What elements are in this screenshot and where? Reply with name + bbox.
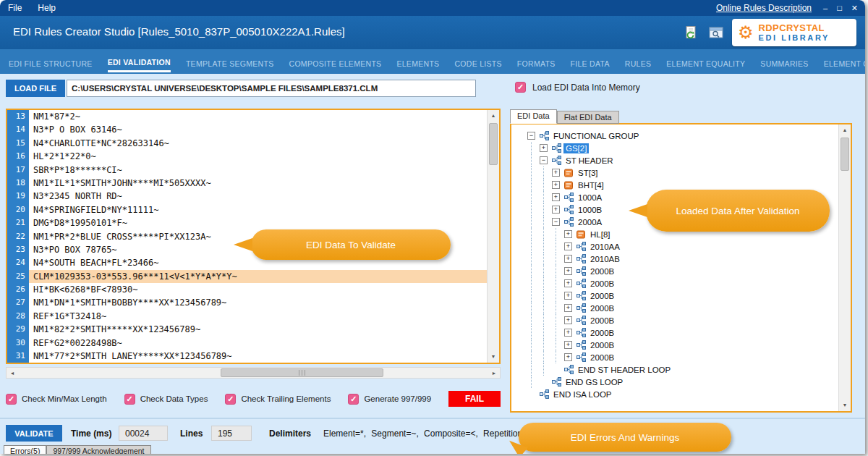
expander-cell: +	[564, 290, 576, 302]
tree-node-label[interactable]: 2000B	[588, 291, 616, 301]
tree-node-label[interactable]: 2000B	[588, 266, 616, 276]
tab-template-segments[interactable]: TEMPLATE SEGMENTS	[186, 52, 274, 72]
expand-icon[interactable]: +	[564, 353, 572, 361]
expand-icon[interactable]: +	[552, 193, 560, 201]
tree-node-label[interactable]: GS[2]	[563, 143, 589, 153]
maximize-button[interactable]: □	[837, 4, 842, 13]
scrollbar-thumb[interactable]	[489, 123, 498, 165]
scroll-left-icon[interactable]: ◄	[7, 371, 18, 376]
tree-guide	[527, 191, 540, 203]
checkbox-generate-997-999[interactable]: ✓Generate 997/999	[348, 394, 431, 405]
scroll-right-icon[interactable]: ►	[488, 371, 500, 376]
tree-node-label[interactable]: 2000B	[588, 316, 616, 326]
expand-icon[interactable]: +	[564, 341, 572, 349]
load-file-button[interactable]: LOAD FILE	[6, 80, 65, 97]
checkbox-icon[interactable]: ✓	[515, 82, 526, 93]
tree-node-label[interactable]: 2010AB	[588, 254, 622, 264]
tree-node-label[interactable]: 1000A	[576, 193, 604, 203]
checkbox-icon[interactable]: ✓	[225, 394, 236, 405]
tree-node-label[interactable]: HL[8]	[588, 229, 613, 240]
expand-icon[interactable]: +	[552, 206, 560, 214]
tab-formats[interactable]: FORMATS	[517, 52, 556, 72]
tree-node-label[interactable]: FUNCTIONAL GROUP	[551, 131, 641, 141]
tab-flat-edi-data[interactable]: Flat EDI Data	[557, 111, 619, 124]
expand-icon[interactable]: +	[564, 292, 572, 300]
load-into-memory-checkbox[interactable]: ✓ Load EDI Data Into Memory	[515, 82, 640, 93]
tree-node-label[interactable]: 2000B	[588, 328, 616, 338]
editor-vertical-scrollbar[interactable]: ▲ ▼	[487, 110, 499, 363]
file-path-input[interactable]	[67, 80, 476, 97]
minimize-button[interactable]: –	[823, 4, 827, 13]
tab-997-999-acknowledgement[interactable]: 997/999 Acknowledgement	[46, 445, 150, 454]
collapse-icon[interactable]: −	[552, 218, 560, 226]
tree-node-label[interactable]: END ISA LOOP	[551, 389, 614, 400]
tree-node-label[interactable]: ST HEADER	[563, 156, 616, 166]
search-window-icon[interactable]	[709, 26, 723, 42]
checkbox-icon[interactable]: ✓	[124, 394, 135, 405]
tab-composite-elements[interactable]: COMPOSITE ELEMENTS	[289, 52, 382, 72]
edi-data-tree[interactable]: −FUNCTIONAL GROUP+GS[2]−ST HEADER+ST[3]+…	[511, 124, 838, 411]
line-number: 13	[7, 110, 29, 123]
checkbox-check-min-max-length[interactable]: ✓Check Min/Max Length	[6, 394, 107, 405]
scrollbar-thumb[interactable]	[221, 368, 383, 377]
scrollbar-track[interactable]	[18, 368, 488, 378]
expand-icon[interactable]: +	[552, 169, 560, 177]
loop-icon	[576, 291, 588, 300]
editor-line: 17SBR*P*18******CI~	[7, 164, 487, 177]
scrollbar-thumb[interactable]	[841, 138, 849, 171]
line-number: 14	[7, 123, 29, 136]
tree-vertical-scrollbar[interactable]: ▲ ▼	[838, 124, 851, 411]
tab-file-data[interactable]: FILE DATA	[571, 52, 610, 72]
checkbox-check-data-types[interactable]: ✓Check Data Types	[124, 394, 208, 405]
close-button[interactable]: ✕	[851, 4, 858, 13]
tab-edi-file-structure[interactable]: EDI FILE STRUCTURE	[9, 52, 93, 72]
tab-code-lists[interactable]: CODE LISTS	[454, 52, 501, 72]
export-file-icon[interactable]	[684, 25, 699, 43]
scroll-down-icon[interactable]: ▼	[839, 400, 851, 411]
editor-horizontal-scrollbar[interactable]: ◄ ►	[6, 367, 501, 379]
scroll-down-icon[interactable]: ▼	[488, 351, 499, 363]
tree-node-label[interactable]: 2000B	[588, 279, 616, 289]
tree-node-label[interactable]: 2000B	[588, 340, 616, 350]
tree-node-label[interactable]: 2000B	[588, 303, 616, 313]
expand-icon[interactable]: +	[564, 316, 572, 324]
expand-icon[interactable]: +	[564, 242, 572, 250]
menu-help[interactable]: Help	[30, 3, 64, 13]
tab-edi-data[interactable]: EDI Data	[510, 109, 557, 124]
checkbox-check-trailing-elements[interactable]: ✓Check Trailing Elements	[225, 394, 331, 405]
tab-edi-validation[interactable]: EDI VALIDATION	[108, 51, 171, 72]
tab-element-equality[interactable]: ELEMENT EQUALITY	[666, 52, 745, 72]
expand-icon[interactable]: +	[564, 304, 572, 312]
expand-icon[interactable]: +	[564, 329, 572, 337]
checkbox-icon[interactable]: ✓	[6, 394, 17, 405]
expand-icon[interactable]: +	[564, 255, 572, 263]
tree-node-label[interactable]: 2000A	[576, 217, 604, 227]
tab-element-counters[interactable]: ELEMENT COUNTERS	[824, 52, 865, 72]
tree-node-label[interactable]: BHT[4]	[576, 180, 606, 190]
tree-node-2010ab: +2010AB	[527, 253, 838, 265]
tree-node-label[interactable]: END ST HEADER LOOP	[576, 365, 673, 375]
collapse-icon[interactable]: −	[527, 132, 535, 140]
menu-file[interactable]: File	[0, 3, 30, 13]
tab-elements[interactable]: ELEMENTS	[396, 52, 439, 72]
checkbox-icon[interactable]: ✓	[348, 394, 359, 405]
online-rules-description-link[interactable]: Online Rules Description	[716, 3, 812, 13]
tab-errors-5[interactable]: Errors(5)	[4, 445, 46, 454]
tab-rules[interactable]: RULES	[625, 52, 652, 72]
tree-node-label[interactable]: 2000B	[588, 352, 616, 363]
tree-node-label[interactable]: ST[3]	[576, 168, 600, 178]
scroll-up-icon[interactable]: ▲	[839, 124, 851, 136]
tree-node-label[interactable]: 2010AA	[588, 242, 622, 252]
scroll-up-icon[interactable]: ▲	[488, 110, 499, 122]
expand-icon[interactable]: +	[564, 230, 572, 238]
editor-line: 16HL*2*1*22*0~	[7, 150, 487, 163]
expand-icon[interactable]: +	[564, 279, 572, 287]
validate-button[interactable]: VALIDATE	[6, 425, 62, 442]
expand-icon[interactable]: +	[564, 267, 572, 275]
tab-summaries[interactable]: SUMMARIES	[760, 52, 808, 72]
expand-icon[interactable]: +	[540, 144, 548, 152]
tree-node-label[interactable]: END GS LOOP	[563, 377, 625, 387]
collapse-icon[interactable]: −	[540, 156, 548, 164]
tree-node-label[interactable]: 1000B	[576, 205, 604, 215]
expand-icon[interactable]: +	[552, 181, 560, 189]
